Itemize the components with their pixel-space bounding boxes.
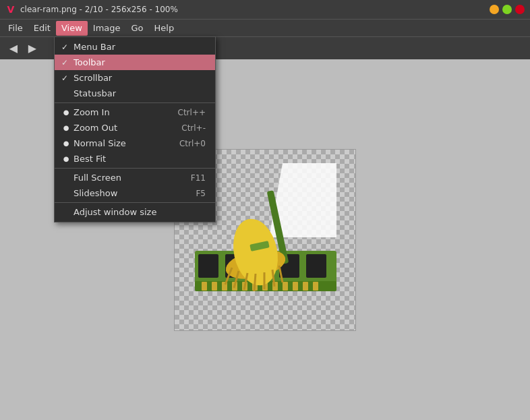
dropdown-item-full-screen[interactable]: ✓ Full Screen F11 xyxy=(55,170,215,185)
view-dropdown-menu: ✓ Menu Bar ✓ Toolbar ✓ Scrollbar ✓ Statu… xyxy=(54,36,216,222)
dropdown-label-zoom-out: Zoom Out xyxy=(73,123,176,133)
svg-rect-19 xyxy=(306,254,326,278)
svg-rect-14 xyxy=(313,282,318,291)
svg-line-26 xyxy=(254,274,256,291)
check-icon-menu-bar: ✓ xyxy=(61,42,71,52)
menu-help[interactable]: Help xyxy=(149,21,180,36)
check-icon-toolbar: ✓ xyxy=(61,58,71,67)
svg-rect-3 xyxy=(202,282,207,291)
svg-rect-13 xyxy=(303,282,308,291)
dropdown-label-adjust-window: Adjust window size xyxy=(73,207,200,217)
dropdown-label-full-screen: Full Screen xyxy=(73,173,185,183)
svg-rect-11 xyxy=(283,282,288,291)
dropdown-item-adjust-window[interactable]: ✓ Adjust window size xyxy=(55,204,215,220)
dropdown-label-toolbar: Toolbar xyxy=(73,57,200,67)
dropdown-item-best-fit[interactable]: ● Best Fit xyxy=(55,151,215,167)
dropdown-label-best-fit: Best Fit xyxy=(73,154,200,164)
dropdown-label-zoom-in: Zoom In xyxy=(73,107,173,117)
separator-2 xyxy=(55,168,215,169)
dropdown-item-toolbar[interactable]: ✓ Toolbar xyxy=(55,55,215,70)
separator-3 xyxy=(55,202,215,203)
maximize-button[interactable] xyxy=(502,5,512,14)
dropdown-item-normal-size[interactable]: ● Normal Size Ctrl+0 xyxy=(55,136,215,151)
dropdown-label-normal-size: Normal Size xyxy=(73,138,174,148)
radio-icon-zoom-out: ● xyxy=(61,124,71,131)
shortcut-slideshow: F5 xyxy=(196,189,206,198)
dropdown-item-slideshow[interactable]: ✓ Slideshow F5 xyxy=(55,185,215,201)
menu-edit[interactable]: Edit xyxy=(28,21,56,36)
window-title: clear-ram.png - 2/10 - 256x256 - 100% xyxy=(20,5,486,14)
menu-file[interactable]: File xyxy=(3,21,28,36)
dropdown-item-zoom-out[interactable]: ● Zoom Out Ctrl+- xyxy=(55,120,215,136)
dropdown-item-statusbar[interactable]: ✓ Statusbar xyxy=(55,86,215,101)
shortcut-zoom-out: Ctrl+- xyxy=(181,123,206,133)
dropdown-item-scrollbar[interactable]: ✓ Scrollbar xyxy=(55,70,215,86)
dropdown-item-menu-bar[interactable]: ✓ Menu Bar xyxy=(55,39,215,55)
shortcut-zoom-in: Ctrl++ xyxy=(178,108,206,117)
close-button[interactable] xyxy=(515,5,525,14)
dropdown-label-scrollbar: Scrollbar xyxy=(73,73,200,83)
titlebar: V clear-ram.png - 2/10 - 256x256 - 100% xyxy=(0,0,530,19)
prev-button[interactable]: ◀ xyxy=(4,39,23,58)
separator-1 xyxy=(55,102,215,103)
dropdown-label-menu-bar: Menu Bar xyxy=(73,42,200,52)
menu-go[interactable]: Go xyxy=(126,21,149,36)
menu-image[interactable]: Image xyxy=(88,21,126,36)
radio-icon-zoom-in: ● xyxy=(61,109,71,116)
svg-rect-15 xyxy=(198,254,218,278)
dropdown-item-zoom-in[interactable]: ● Zoom In Ctrl++ xyxy=(55,104,215,120)
dropdown-label-slideshow: Slideshow xyxy=(73,188,190,198)
check-icon-scrollbar: ✓ xyxy=(61,73,71,83)
minimize-button[interactable] xyxy=(490,5,499,14)
app-icon: V xyxy=(5,4,16,15)
svg-rect-12 xyxy=(293,282,298,291)
shortcut-full-screen: F11 xyxy=(191,173,206,183)
menu-view[interactable]: View xyxy=(56,21,88,36)
radio-icon-normal-size: ● xyxy=(61,140,71,147)
next-button[interactable]: ▶ xyxy=(23,39,42,58)
dropdown-label-statusbar: Statusbar xyxy=(73,88,200,98)
svg-rect-4 xyxy=(212,282,217,291)
menubar: File Edit View Image Go Help xyxy=(0,19,530,36)
radio-icon-best-fit: ● xyxy=(61,155,71,162)
shortcut-normal-size: Ctrl+0 xyxy=(179,139,206,148)
